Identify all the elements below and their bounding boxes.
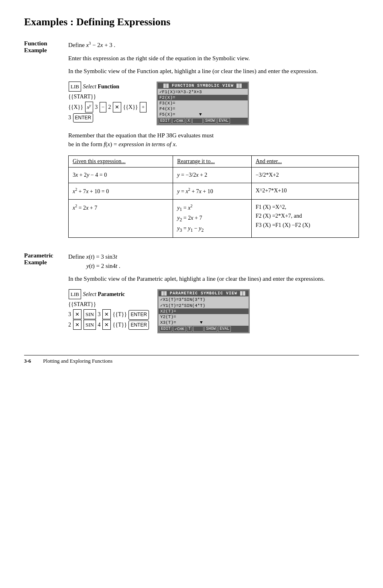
function-screen-title: ▓▓ FUNCTION SYMBOLIC VIEW ▓▓ (158, 83, 248, 89)
param-screen-row-3: Y2(T)= (159, 314, 249, 320)
function-bold: Function (98, 84, 119, 90)
footer: 3-6 Plotting and Exploring Functions (24, 355, 359, 364)
parametric-label: Parametric Example (24, 252, 60, 339)
table-row: 3x + 2y − 4 = 0 y = −3/2x + 2 −3/2*X+2 (69, 167, 359, 183)
param-times-key1: ✕ (73, 309, 81, 319)
param-enter-key2: ENTER (128, 321, 149, 330)
parametric-step1: In the Symbolic view of the Parametric a… (68, 274, 359, 284)
btn-eval: EVAL (217, 118, 230, 124)
param-keystroke-line4: 2 ✕ SIN 4 ✕ {{T}} ENTER (68, 320, 149, 330)
function-note: Remember that the equation that the HP 3… (68, 131, 359, 149)
keystroke-line1: LIB Select Function (68, 82, 149, 92)
times-key: ✕ (113, 102, 121, 112)
parametric-define: Define x(t) = 3 sin3t y(t) = 2 sin4t . (68, 252, 359, 270)
table-cell-2-1: x2 + 7x + 10 = 0 (69, 183, 173, 199)
plus-key: + (140, 102, 147, 112)
table-header-2: Rearrange it to... (173, 155, 251, 167)
btn-chk: ✓CHK (172, 118, 185, 124)
table-header-1: Given this expression... (69, 155, 173, 167)
instruction-block-parametric: LIB Select Parametric {{START}} 3 ✕ SIN … (68, 289, 359, 333)
param-times-key4: ✕ (102, 320, 111, 330)
screen-row-3: F4(X)= (158, 106, 248, 112)
param-keystroke-line1: LIB Select Parametric (68, 289, 149, 299)
btn-show: SHOW (204, 118, 216, 124)
parametric-screen-bottom: EDIT ✓CHK T SHOW EVAL (159, 326, 249, 332)
parametric-screen-title: ▓▓ PARAMETRIC SYMBOLIC VIEW ▓▓ (159, 290, 249, 296)
function-step1: Enter this expression as the right side … (68, 54, 359, 63)
function-content: Define x3 − 2x + 3 . Enter this expressi… (68, 40, 359, 244)
param-btn-show: SHOW (204, 326, 217, 332)
param-btn-edit: EDIT (159, 326, 172, 332)
screen-row-0: ✓F1(X)=X^3-2*X+3 (158, 89, 248, 95)
param-screen-row-1: ✓Y1(T)=2*SIN(4*T) (159, 302, 249, 308)
function-label: Function Example (24, 40, 60, 244)
footer-chapter: Plotting and Exploring Functions (43, 358, 112, 364)
keystroke-line3: {{X}} xy 3 − 2 ✕ {{X}} + (68, 102, 149, 112)
table-cell-3-1: x2 = 2x + 7 (69, 199, 173, 237)
param-sin-key2: SIN (84, 320, 96, 330)
table-row: x2 = 2x + 7 y1 = x2 y2 = 2x + 7 y3 = y1 … (69, 199, 359, 237)
table-cell-2-3: X^2+7*X+10 (251, 183, 359, 199)
footer-page: 3-6 (24, 358, 31, 364)
btn-x2 (192, 118, 203, 124)
keystroke-line2: {{START}} (68, 92, 149, 102)
minus-key: − (100, 102, 106, 112)
function-step2: In the Symbolic view of the Function apl… (68, 67, 359, 76)
param-sin-key1: SIN (84, 309, 96, 319)
screen-row-2: F3(X)= (158, 100, 248, 106)
param-btn-chk: ✓CHK (173, 326, 186, 332)
enter-key: ENTER (73, 113, 94, 123)
lib-key: LIB (69, 82, 81, 92)
param-lib-key: LIB (69, 289, 81, 299)
table-cell-1-2: y = −3/2x + 2 (173, 167, 251, 183)
screen-row-4: F5(X)= ▼ (158, 112, 248, 117)
param-keystroke-line2: {{START}} (68, 299, 149, 309)
function-label-line2: Example (24, 47, 47, 53)
param-times-key2: ✕ (102, 309, 111, 319)
table-cell-2-2: y = x2 + 7x + 10 (173, 183, 251, 199)
function-screen-bottom: EDIT ✓CHK X SHOW EVAL (158, 118, 248, 124)
keystrokes-function: LIB Select Function {{START}} {{X}} xy 3… (68, 82, 149, 123)
function-intro: Define x3 − 2x + 3 . (68, 40, 359, 50)
function-section: Function Example Define x3 − 2x + 3 . En… (24, 40, 359, 244)
param-btn-t2 (193, 326, 204, 332)
parametric-content: Define x(t) = 3 sin3t y(t) = 2 sin4t . I… (68, 252, 359, 339)
table-cell-1-1: 3x + 2y − 4 = 0 (69, 167, 173, 183)
page-title: Examples : Defining Expressions (24, 16, 359, 28)
table-cell-3-2: y1 = x2 y2 = 2x + 7 y3 = y1 − y2 (173, 199, 251, 237)
parametric-label-line1: Parametric (24, 252, 53, 259)
param-screen-row-0: ✓X1(T)=3*SIN(3*T) (159, 296, 249, 302)
parametric-section: Parametric Example Define x(t) = 3 sin3t… (24, 252, 359, 339)
xy-key: xy (85, 102, 93, 112)
param-btn-eval: EVAL (218, 326, 231, 332)
table-row: x2 + 7x + 10 = 0 y = x2 + 7x + 10 X^2+7*… (69, 183, 359, 199)
btn-x1: X (186, 118, 192, 124)
table-cell-3-3: F1 (X) =X^2, F2 (X) =2*X+7, and F3 (X) =… (251, 199, 359, 237)
param-btn-t1: T (187, 326, 192, 332)
parametric-calc-screen: ▓▓ PARAMETRIC SYMBOLIC VIEW ▓▓ ✓X1(T)=3*… (157, 289, 250, 333)
keystroke-line4: 3 ENTER (68, 112, 149, 123)
param-function-bold: Parametric (98, 291, 125, 297)
keystrokes-parametric: LIB Select Parametric {{START}} 3 ✕ SIN … (68, 289, 149, 330)
expression-table: Given this expression... Rearrange it to… (68, 155, 359, 238)
screen-row-1: F2(X)= (158, 95, 248, 100)
table-header-3: And enter... (251, 155, 359, 167)
table-cell-1-3: −3/2*X+2 (251, 167, 359, 183)
function-calc-screen: ▓▓ FUNCTION SYMBOLIC VIEW ▓▓ ✓F1(X)=X^3-… (157, 82, 249, 125)
param-keystroke-line3: 3 ✕ SIN 3 ✕ {{T}} ENTER (68, 309, 149, 320)
select-text: Select (83, 84, 98, 90)
param-enter-key1: ENTER (128, 310, 149, 320)
param-screen-row-2: X2(T)= (159, 308, 249, 314)
function-label-line1: Function (24, 40, 47, 47)
btn-edit: EDIT (159, 118, 171, 124)
instruction-block-function: LIB Select Function {{START}} {{X}} xy 3… (68, 82, 359, 125)
param-screen-row-4: X3(T)= ▼ (159, 320, 249, 325)
param-select-text: Select (83, 291, 98, 297)
param-times-key3: ✕ (73, 320, 81, 330)
parametric-label-line2: Example (24, 259, 47, 265)
